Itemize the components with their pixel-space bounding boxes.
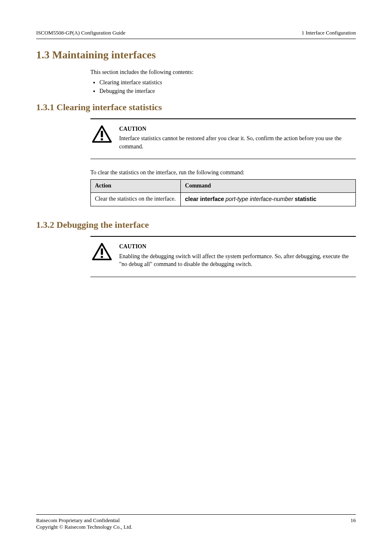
caution-title: CAUTION — [119, 125, 354, 133]
svg-rect-1 — [101, 131, 103, 137]
caution-body: Enabling the debugging switch will affec… — [119, 252, 354, 268]
footer-page-number: 16 — [350, 517, 356, 530]
cell-action: Clear the statistics on the interface. — [91, 193, 181, 206]
svg-rect-2 — [101, 138, 103, 140]
table-header-row: Action Command — [91, 180, 356, 193]
page-footer: Raisecom Proprietary and Confidential Co… — [36, 514, 356, 530]
col-command: Command — [181, 180, 356, 193]
cmd-keyword: statistic — [295, 196, 316, 202]
intro-text: This section includes the following cont… — [90, 69, 356, 76]
table-row: Clear the statistics on the interface. c… — [91, 193, 356, 206]
footer-left: Raisecom Proprietary and Confidential Co… — [36, 517, 132, 530]
header-left: ISCOM5508-GP(A) Configuration Guide — [36, 30, 125, 36]
footer-rule — [36, 514, 356, 515]
caution-title: CAUTION — [119, 243, 354, 251]
svg-rect-4 — [101, 248, 103, 254]
list-item: Debugging the interface — [99, 88, 356, 95]
heading-1-3: 1.3 Maintaining interfaces — [36, 49, 356, 61]
caution-block: CAUTION Enabling the debugging switch wi… — [90, 236, 356, 277]
caution-body: Interface statistics cannot be restored … — [119, 134, 354, 150]
caution-icon — [92, 243, 112, 261]
heading-1-3-2: 1.3.2 Debugging the interface — [36, 220, 356, 230]
cmd-keyword: clear interface — [185, 196, 224, 202]
header-rule — [36, 39, 356, 39]
caution-icon — [92, 125, 112, 143]
heading-1-3-1: 1.3.1 Clearing interface statistics — [36, 102, 356, 113]
cell-command: clear interface port-type interface-numb… — [181, 193, 356, 206]
cmd-arg: port-type interface-number — [226, 196, 293, 202]
list-item: Clearing interface statistics — [99, 79, 356, 87]
col-action: Action — [91, 180, 181, 193]
svg-rect-5 — [101, 256, 103, 258]
page-header: ISCOM5508-GP(A) Configuration Guide 1 In… — [36, 30, 356, 36]
command-table: Action Command Clear the statistics on t… — [90, 179, 356, 206]
header-right: 1 Interface Configuration — [302, 30, 356, 36]
caution-block: CAUTION Interface statistics cannot be r… — [90, 118, 356, 160]
lead-text: To clear the statistics on the interface… — [90, 169, 356, 177]
intro-bullets: Clearing interface statistics Debugging … — [90, 79, 356, 95]
